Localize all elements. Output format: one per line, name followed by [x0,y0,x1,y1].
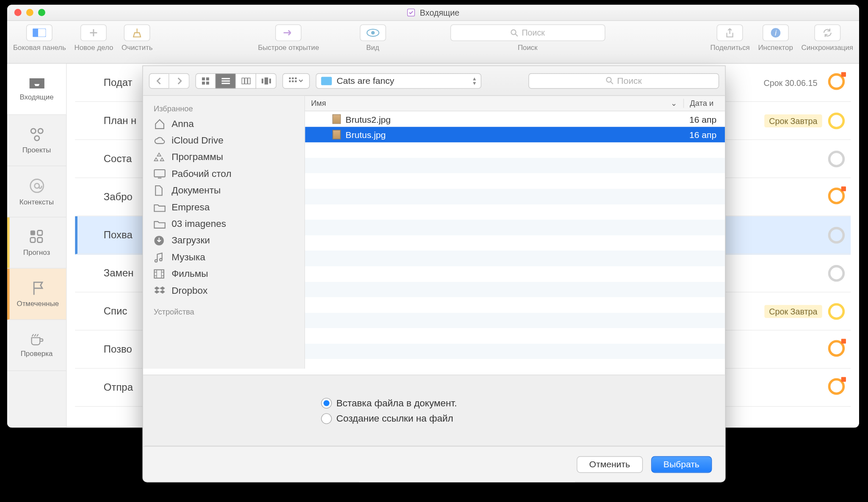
sidebar-item-music[interactable]: Музыка [143,249,304,265]
option-link[interactable]: Создание ссылки на файл [321,413,547,424]
file-row[interactable]: Brutus2.jpg16 апр [305,111,725,127]
zoom-icon[interactable] [38,9,45,16]
share-icon [726,28,734,38]
chevron-left-icon [156,77,162,84]
nav-contexts[interactable]: Контексты [7,166,66,218]
flag-dot-icon [841,72,846,77]
clean-button[interactable] [124,25,150,41]
cancel-button[interactable]: Отменить [577,456,643,472]
document-icon [154,185,166,196]
coffee-icon [28,333,45,346]
apps-icon [154,152,166,163]
sidebar-item-folder[interactable]: Empresa [143,199,304,215]
nav-projects[interactable]: Проекты [7,115,66,166]
home-icon [154,119,166,129]
sheet-footer: Отменить Выбрать [143,446,725,482]
svg-rect-30 [289,80,290,82]
column-name[interactable]: Имя⌄ [305,99,683,108]
new-task-button[interactable] [80,25,107,41]
view-mode-buttons [195,73,276,88]
chevron-down-icon [299,79,303,82]
svg-rect-17 [202,77,205,80]
icon-view-button[interactable] [195,73,216,88]
choose-button[interactable]: Выбрать [651,456,712,472]
svg-rect-26 [269,78,271,83]
favorites-header: Избранное [143,101,304,116]
sidebar-item-dropbox[interactable]: Dropbox [143,282,304,299]
sidebar-item-apps[interactable]: Программы [143,149,304,165]
svg-rect-16 [37,237,42,242]
status-circle-icon[interactable] [828,112,845,129]
file-columns-header: Имя⌄ Дата и [305,96,725,112]
inbox-icon [28,77,45,89]
devices-header: Устройства [143,304,304,319]
nav-forecast[interactable]: Прогноз [7,218,66,269]
open-file-sheet: Cats are fancy ▴▾ Поиск Избранное Anna i… [142,66,725,483]
search-label: Поиск [518,44,538,52]
sidebar-toggle-button[interactable] [26,25,53,41]
sidebar-item-desktop[interactable]: Рабочий стол [143,165,304,182]
new-label: Новое дело [74,44,113,52]
at-icon [28,177,45,194]
sidebar-label: Боковая панель [13,44,66,52]
sync-icon [822,28,832,38]
forward-button[interactable] [169,73,190,88]
list-view-button[interactable] [216,73,236,88]
sidebar-item-documents[interactable]: Документы [143,182,304,199]
view-button[interactable] [359,25,386,41]
flag-dot-icon [841,186,846,191]
file-rows: Brutus2.jpg16 апр Brutus.jpg16 апр [305,111,725,369]
svg-rect-32 [295,80,296,82]
column-view-button[interactable] [236,73,256,88]
sheet-options: Вставка файла в документ. Создание ссылк… [143,375,725,446]
svg-point-12 [34,183,39,188]
folder-popup[interactable]: Cats are fancy ▴▾ [316,73,481,88]
close-icon[interactable] [14,9,22,16]
radio-icon [321,397,332,408]
broom-icon [133,28,142,38]
toolbar: Боковая панель Новое дело Очистить Быстр… [7,21,859,63]
sidebar-item-icloud[interactable]: iCloud Drive [143,132,304,149]
thumbnail-icon [332,130,341,140]
svg-rect-2 [33,29,39,37]
dropbox-icon [154,286,166,295]
eye-icon [366,29,379,37]
chevron-right-icon [176,77,182,84]
finder-sidebar: Избранное Anna iCloud Drive Программы Ра… [143,96,305,369]
quick-label: Быстрое открытие [258,44,319,52]
search-field[interactable]: Поиск [450,25,605,41]
back-button[interactable] [149,73,169,88]
minimize-icon[interactable] [26,9,33,16]
svg-rect-31 [292,80,293,82]
sidebar-item-folder[interactable]: 03 imagenes [143,215,304,232]
option-embed[interactable]: Вставка файла в документ. [321,397,547,408]
sheet-search-field[interactable]: Поиск [528,73,719,88]
quick-open-button[interactable] [275,25,301,41]
nav-flagged[interactable]: Отмеченные [7,269,66,320]
svg-rect-36 [154,270,164,278]
svg-rect-22 [245,78,247,84]
nav-inbox[interactable]: Входящие [7,64,66,115]
coverflow-view-button[interactable] [256,73,276,88]
svg-rect-20 [206,81,209,84]
status-circle-icon[interactable] [828,303,845,319]
downloads-icon [154,235,166,246]
column-date[interactable]: Дата и [683,99,725,108]
arrange-button[interactable] [282,73,310,88]
sidebar-item-movies[interactable]: Фильмы [143,266,304,282]
status-circle-icon[interactable] [828,226,845,243]
svg-rect-29 [295,77,296,79]
due-badge: Срок Завтра [764,305,822,318]
share-button[interactable] [717,25,743,41]
status-circle-icon[interactable] [828,150,845,167]
sidebar-item-home[interactable]: Anna [143,116,304,132]
file-row[interactable]: Brutus.jpg16 апр [305,127,725,143]
sidebar-item-downloads[interactable]: Загрузки [143,232,304,249]
svg-point-10 [34,135,39,140]
inspector-button[interactable]: i [763,25,789,41]
sync-button[interactable] [814,25,840,41]
plus-icon [89,28,99,38]
svg-rect-28 [292,77,293,79]
nav-review[interactable]: Проверка [7,320,66,371]
status-circle-icon[interactable] [828,265,845,281]
